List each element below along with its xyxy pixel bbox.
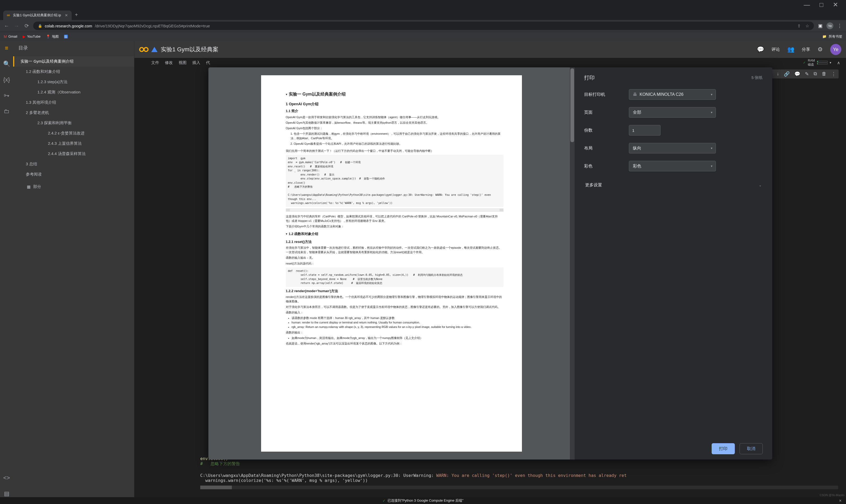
toc-item-1-3[interactable]: 1.3 其他环境介绍 <box>13 97 134 108</box>
news-icon: G <box>64 35 68 38</box>
bookmark-folder-all[interactable]: 所有书签 <box>829 34 842 39</box>
output-line-3b: WARN: You are calling 'step()' even thou… <box>436 473 626 478</box>
notebook-title[interactable]: 实验1 Gym以及经典案 <box>161 46 219 53</box>
resource-widget[interactable]: ✓ RAM 磁盘 ▾ <box>803 59 831 67</box>
lock-icon: 🔒 <box>38 24 42 28</box>
printer-icon: 🖶 <box>633 92 637 97</box>
toc-item-1-2-3[interactable]: 1.2.3 step(a)方法 <box>13 77 134 87</box>
window-maximize-icon[interactable]: □ <box>819 1 824 8</box>
toc-item-2-4-3[interactable]: 2.4.3 上置信界算法 <box>13 139 134 149</box>
gear-icon[interactable]: ⚙ <box>817 46 823 53</box>
bookmark-youtube[interactable]: ▶YouTube <box>23 35 40 39</box>
window-minimize-icon[interactable]: — <box>804 1 810 8</box>
nav-reload-icon[interactable]: ⟳ <box>23 23 30 29</box>
status-close-icon[interactable]: ✕ <box>839 499 842 503</box>
files-icon[interactable]: 🗀 <box>4 108 10 115</box>
toc-add-section[interactable]: ▦部分 <box>13 180 134 194</box>
new-tab-button[interactable]: + <box>75 12 78 18</box>
print-title: 打印 <box>584 74 595 81</box>
comment-label[interactable]: 评论 <box>772 47 780 52</box>
tab-close-icon[interactable]: ✕ <box>65 13 68 17</box>
nav-back-icon[interactable]: ← <box>3 23 10 29</box>
menu-insert[interactable]: 插入 <box>192 60 200 65</box>
chrome-menu-icon[interactable]: ⋮ <box>836 23 843 29</box>
pages-label: 页面 <box>584 110 629 115</box>
browser-tab-active[interactable]: ∞ 实验1 Gym以及经典案例介绍.ip ✕ <box>3 11 72 20</box>
variables-icon[interactable]: {x} <box>3 76 10 83</box>
output-scrollbar[interactable] <box>200 486 838 489</box>
window-close-icon[interactable]: ✕ <box>833 1 838 8</box>
doc-p11: 对于强化学习算法本身而言，可以不调用该函数。但是为了便于直观显示当前环境中物体的… <box>286 305 503 309</box>
toc-item-2[interactable]: 2 多臂老虎机 <box>13 108 134 118</box>
doc-p10: render()方法在这里扮演的是图像引擎的角色。一个仿真环境必不可少的两部分是… <box>286 295 503 304</box>
toc-item-1-2[interactable]: 1.2 函数和对象介绍 <box>13 67 134 77</box>
disk-label: 磁盘 <box>808 62 815 67</box>
bookmark-star-icon[interactable]: ☆ <box>806 23 809 29</box>
terminal-icon[interactable]: ▤ <box>4 490 10 497</box>
toc-header: 目录 <box>13 41 134 55</box>
toc-item-2-4-4[interactable]: 2.4.4 汤普森采样算法 <box>13 149 134 159</box>
toc-item-refs[interactable]: 参考阅读 <box>13 169 134 180</box>
user-avatar[interactable]: Ye <box>830 44 841 55</box>
chevron-down-icon: ▾ <box>711 93 712 96</box>
toc-item-2-3[interactable]: 2.3 探索和利用平衡 <box>13 118 134 128</box>
print-dialog-overlay: 实验一 Gym以及经典案例介绍 1 OpenAI Gym介绍 1.1 简介 Op… <box>134 67 846 460</box>
doc-p1: OpenAI Gym是一款用于研发和比较强化学习算法的工具包，它支持训练智能体（… <box>286 115 503 120</box>
pages-select[interactable]: 全部▾ <box>629 107 716 118</box>
layout-select[interactable]: 纵向▾ <box>629 143 716 154</box>
share-url-icon[interactable]: ⇧ <box>797 23 801 29</box>
doc-p9: reset()方法的源代码： <box>286 262 503 266</box>
doc-p7: 在强化学习算法中，智能体需要一次次地进行尝试，累积经验，然后从经验中学到好的动作… <box>286 246 503 254</box>
menu-edit[interactable]: 修改 <box>165 60 173 65</box>
menu-file[interactable]: 文件 <box>151 60 159 65</box>
connected-check-icon: ✓ <box>803 61 806 65</box>
share-icon[interactable]: 👥 <box>787 46 794 53</box>
address-bar[interactable]: 🔒 colab.research.google.com/drive/19DDyj… <box>33 22 814 30</box>
copies-label: 份数 <box>584 128 629 133</box>
share-label[interactable]: 分享 <box>802 47 810 52</box>
plus-icon: ▦ <box>27 184 31 189</box>
browser-toolbar: ← → ⟳ 🔒 colab.research.google.com/drive/… <box>0 20 846 32</box>
status-bar: ✓ 已连接到"Python 3 Google Compute Engine 后端… <box>0 497 846 504</box>
copies-input[interactable] <box>629 125 660 136</box>
color-select[interactable]: 彩色▾ <box>629 161 716 171</box>
preview-hscrollbar-1[interactable] <box>286 209 503 212</box>
chevron-down-icon: ▾ <box>711 110 712 114</box>
toc-item-2-4-2[interactable]: 2.4.2 ε-贪婪算法改进 <box>13 128 134 139</box>
chevron-down-icon[interactable]: ▾ <box>830 61 831 65</box>
doc-p12: 函数的输入： <box>286 310 503 315</box>
search-icon[interactable]: 🔍 <box>3 60 10 67</box>
toc-item-1-2-4[interactable]: 1.2.4 观测（Observation <box>13 87 134 97</box>
doc-h4: 1.2 函数和对象介绍 <box>286 231 318 237</box>
more-settings-toggle[interactable]: 更多设置 ⌄ <box>584 179 763 192</box>
secrets-icon[interactable]: 🗝 <box>4 92 10 99</box>
doc-p3: OpenAI Gym包括两个部分： <box>286 126 503 130</box>
doc-p5: 这是强化学习中经典的车杆（CartPole）模型，如果想测试其他环境，可以把上述… <box>286 214 503 223</box>
cancel-button[interactable]: 取消 <box>740 443 763 454</box>
doc-h1: 实验一 Gym以及经典案例介绍 <box>286 91 346 98</box>
toc-toggle-icon[interactable]: ≡ <box>5 45 8 52</box>
colab-logo-icon[interactable] <box>139 44 149 55</box>
print-button[interactable]: 打印 <box>712 443 735 454</box>
destination-select[interactable]: 🖶KONICA MINOLTA C26▾ <box>629 89 716 100</box>
doc-li2: 2. OpenAI Gym服务提供一个站点和API，允许用户对自己的训练的算法进… <box>286 142 503 146</box>
comment-icon[interactable]: 💬 <box>757 46 764 53</box>
profile-avatar[interactable]: Ye <box>827 22 833 29</box>
command-palette-icon[interactable]: <> <box>3 474 10 481</box>
toc-item-root[interactable]: 实验一 Gym以及经典案例介绍 <box>13 56 134 67</box>
menu-code[interactable]: 代 <box>206 60 210 65</box>
bookmark-maps[interactable]: 📍地图 <box>46 34 59 39</box>
bookmark-gmail[interactable]: MGmail <box>4 35 17 39</box>
svg-point-1 <box>144 48 148 52</box>
chevron-up-icon[interactable]: ∧ <box>837 60 840 65</box>
menu-view[interactable]: 视图 <box>179 60 187 65</box>
nav-forward-icon[interactable]: → <box>13 23 20 29</box>
bookmark-news[interactable]: G <box>64 35 68 38</box>
extensions-icon[interactable]: ▣ <box>817 23 823 29</box>
toc-item-3[interactable]: 3 总结 <box>13 159 134 169</box>
doc-h3: 1.1 简介 <box>286 108 503 114</box>
colab-header: 实验1 Gym以及经典案 💬评论 👥分享 ⚙ Ye <box>134 41 846 58</box>
url-path: /drive/19DDyjNqr7qaoM92vDcgLrqsETBqGEGs5… <box>95 24 210 28</box>
preview-scrollbar[interactable] <box>570 67 575 460</box>
notebook-output: env.close() # 忽略下方的警告 C:\Users\wangxu\Ap… <box>200 456 838 489</box>
